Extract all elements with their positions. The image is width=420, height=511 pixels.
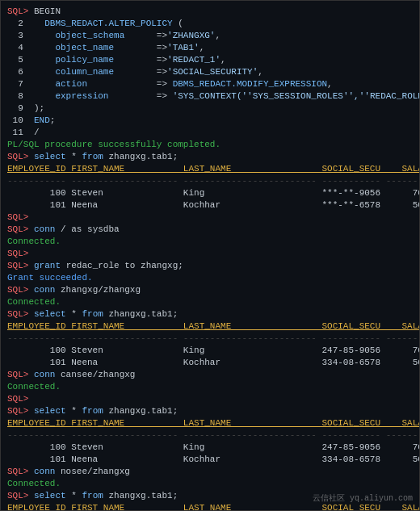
terminal-line: PL/SQL procedure successfully completed.	[7, 139, 413, 151]
terminal-line: 11 /	[7, 127, 413, 139]
terminal-line: 8 expression => 'SYS_CONTEXT(''SYS_SESSI…	[7, 90, 413, 103]
terminal-line: 101 Neena Kochhar 334-08-6578 5000	[7, 357, 413, 369]
terminal-line: SQL> select * from zhangxg.tab1;	[7, 308, 413, 320]
terminal-line: 6 column_name =>'SOCIAL_SECURITY',	[7, 66, 413, 78]
terminal-line: SQL> select * from zhangxg.tab1;	[7, 151, 413, 163]
terminal-window[interactable]: SQL> BEGIN 2 DBMS_REDACT.ALTER_POLICY ( …	[0, 0, 420, 511]
terminal-line: SQL> conn nosee/zhangxg	[7, 466, 413, 478]
terminal-content: SQL> BEGIN 2 DBMS_REDACT.ALTER_POLICY ( …	[7, 6, 413, 511]
terminal-line: SQL>	[7, 248, 413, 260]
terminal-line: 100 Steven King 247-85-9056 7000	[7, 442, 413, 454]
terminal-line: 4 object_name =>'TAB1',	[7, 42, 413, 54]
watermark: 云信社区 yq.aliyun.com	[313, 492, 413, 504]
terminal-line: 9 );	[7, 103, 413, 115]
terminal-line: 101 Neena Kochhar ***-**-6578 5000	[7, 199, 413, 212]
terminal-line: SQL> grant redac_role to zhangxg;	[7, 260, 413, 272]
terminal-line: Grant succeeded.	[7, 272, 413, 284]
terminal-line: SQL>	[7, 393, 413, 405]
terminal-line: ----------- -------------------- -------…	[7, 429, 413, 442]
terminal-line: Connected.	[7, 478, 413, 490]
terminal-line: ----------- -------------------- -------…	[7, 175, 413, 187]
terminal-line: SQL> conn cansee/zhangxg	[7, 369, 413, 381]
terminal-line: 5 policy_name =>'REDACT_1',	[7, 54, 413, 66]
terminal-line: 7 action => DBMS_REDACT.MODIFY_EXPRESSIO…	[7, 78, 413, 90]
terminal-line: SQL> select * from zhangxg.tab1;	[7, 405, 413, 417]
terminal-line: Connected.	[7, 296, 413, 308]
terminal-line: 100 Steven King ***-**-9056 7000	[7, 187, 413, 199]
terminal-line: Connected.	[7, 381, 413, 393]
terminal-line: ----------- -------------------- -------…	[7, 333, 413, 345]
terminal-line: 100 Steven King 247-85-9056 7000	[7, 345, 413, 357]
terminal-line: 2 DBMS_REDACT.ALTER_POLICY (	[7, 18, 413, 30]
terminal-line: Connected.	[7, 236, 413, 248]
terminal-line: EMPLOYEE_ID FIRST_NAME LAST_NAME SOCIAL_…	[7, 163, 413, 175]
terminal-line: EMPLOYEE_ID FIRST_NAME LAST_NAME SOCIAL_…	[7, 417, 413, 429]
terminal-line: 101 Neena Kochhar 334-08-6578 5000	[7, 454, 413, 466]
terminal-line: EMPLOYEE_ID FIRST_NAME LAST_NAME SOCIAL_…	[7, 320, 413, 333]
terminal-line: SQL> conn zhangxg/zhangxg	[7, 284, 413, 296]
terminal-line: SQL> conn / as sysdba	[7, 224, 413, 236]
terminal-line: SQL> BEGIN	[7, 6, 413, 18]
terminal-line: 10 END;	[7, 115, 413, 127]
terminal-line: 3 object_schema =>'ZHANGXG',	[7, 30, 413, 42]
terminal-line: SQL>	[7, 212, 413, 224]
